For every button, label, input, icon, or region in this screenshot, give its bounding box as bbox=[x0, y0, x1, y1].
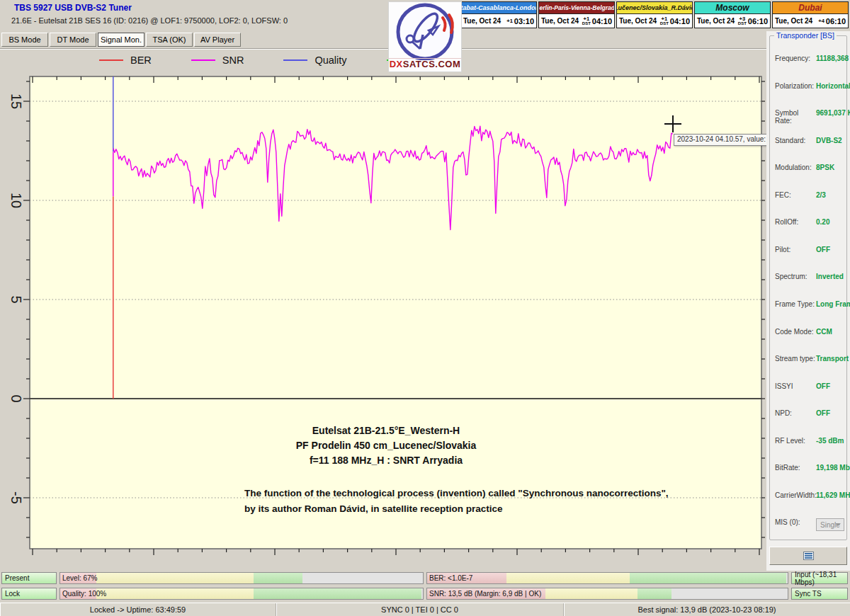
transponder-label: Symbol Rate: bbox=[775, 109, 816, 125]
transponder-value: OFF bbox=[816, 246, 830, 253]
legend-item-snr: SNR bbox=[191, 55, 244, 66]
clock-date: Tue, Oct 24 bbox=[775, 17, 812, 25]
utc-offset-label: +1 bbox=[662, 16, 668, 22]
utc-offset-label: +4 bbox=[818, 18, 824, 24]
clock-date: Tue, Oct 24 bbox=[697, 17, 735, 25]
transponder-row-stream-type: Stream type:Transport bbox=[775, 355, 844, 363]
transponder-value: 19,198 Mbit/s bbox=[816, 464, 850, 472]
legend-label: SNR bbox=[222, 55, 244, 66]
annotation-line: PF Prodelin 450 cm_Lucenec/Slovakia bbox=[269, 438, 503, 453]
transponder-row-rolloff: RollOff:0.20 bbox=[775, 218, 844, 226]
tab-dt-mode[interactable]: DT Mode bbox=[50, 33, 96, 47]
utc-offset-label: +3 bbox=[740, 16, 746, 22]
y-tick-label: 0 bbox=[8, 394, 24, 402]
clock-panel-lu-enec-slovakia-r-d-vid: Lučenec/Slovakia_R.DávidTue, Oct 24+1DST… bbox=[616, 1, 693, 28]
tab-av-player[interactable]: AV Player bbox=[194, 33, 241, 47]
transponder-value: CCM bbox=[816, 328, 832, 336]
annotation-line: The function of the technological proces… bbox=[244, 486, 726, 501]
utc-offset-label: +1 bbox=[506, 18, 513, 24]
dst-label: DST bbox=[738, 21, 747, 25]
clock-time-row: Tue, Oct 24+406:10 bbox=[772, 14, 849, 28]
transponder-value: OFF bbox=[816, 409, 830, 417]
transponder-row-issyi: ISSYIOFF bbox=[775, 382, 844, 390]
quality-gauge: Quality: 100% bbox=[60, 588, 424, 600]
transponder-sidebar: Transponder [BS] Frequency:11188,368 MHz… bbox=[766, 31, 850, 571]
transponder-row-frequency: Frequency:11188,368 MHz bbox=[775, 55, 844, 62]
clock-panel-berlin-paris-vienna-belgrade: Berlin-Paris-Vienna-BelgradeTue, Oct 24+… bbox=[538, 1, 615, 28]
transponder-groupbox: Transponder [BS] Frequency:11188,368 MHz… bbox=[769, 35, 847, 540]
mis-row: MIS (0): Single bbox=[775, 518, 844, 531]
transponder-row-carrierwidth: CarrierWidth:11,629 MHz bbox=[775, 491, 844, 499]
transponder-label: Standard: bbox=[775, 137, 816, 144]
dxsatcs-logo: DXSATCS.COM bbox=[388, 1, 462, 72]
transponder-label: FEC: bbox=[775, 191, 816, 199]
transport-list-icon bbox=[803, 552, 814, 560]
transponder-label: RF Level: bbox=[775, 437, 816, 445]
transponder-row-frame-type: Frame Type:Long Frame bbox=[775, 300, 844, 308]
statusbar-best-signal: Best signal: 13,9 dB (2023-10-23 08:19) bbox=[564, 603, 850, 616]
gauge-label: Quality: 100% bbox=[62, 590, 106, 598]
tab-tsa-ok[interactable]: TSA (OK) bbox=[146, 33, 193, 47]
clock-time-row: Tue, Oct 24+3DST06:10 bbox=[694, 14, 771, 28]
transponder-label: CarrierWidth: bbox=[775, 491, 816, 499]
annotation-line: by its author Roman Dávid, in satellite … bbox=[244, 501, 726, 517]
y-tick-label: 5 bbox=[8, 295, 24, 303]
clock-date: Tue, Oct 24 bbox=[463, 17, 501, 25]
transponder-value: 9691,037 KS/s bbox=[816, 109, 850, 125]
clock-time: 04:10 bbox=[670, 17, 690, 25]
annotation-line: f=11 188 MHz_H : SNRT Arryadia bbox=[269, 453, 503, 468]
mode-tabs: BS ModeDT ModeSignal Mon.TSA (OK)AV Play… bbox=[1, 33, 241, 47]
clock-time-row: Tue, Oct 24+103:10 bbox=[460, 14, 537, 28]
clock-panel-moscow: MoscowTue, Oct 24+3DST06:10 bbox=[694, 1, 771, 28]
transponder-value: 2/3 bbox=[816, 191, 826, 199]
dst-label: DST bbox=[660, 21, 669, 25]
statusbar-sync-counters: SYNC 0 | TEI 0 | CC 0 bbox=[276, 603, 564, 616]
transponder-row-standard: Standard:DVB-S2 bbox=[775, 137, 844, 144]
transponder-row-polarization: Polarization:Horizontal bbox=[775, 82, 844, 90]
transponder-value: Horizontal bbox=[816, 82, 850, 90]
transponder-row-rf-level: RF Level:-35 dBm bbox=[775, 437, 844, 445]
transponder-label: NPD: bbox=[775, 409, 816, 417]
gauge-zone bbox=[96, 588, 254, 599]
sync-ts-indicator: Sync TS bbox=[791, 588, 848, 600]
clock-utc-offset: +1 bbox=[506, 18, 513, 24]
tab-signal-mon[interactable]: Signal Mon. bbox=[98, 33, 144, 47]
lock-indicator: Lock bbox=[1, 588, 57, 600]
transport-list-button[interactable] bbox=[769, 547, 847, 565]
gauge-zone bbox=[96, 573, 254, 583]
clock-date: Tue, Oct 24 bbox=[619, 17, 657, 25]
gauge-label: SNR: 13,5 dB (Margin: 6,9 dB | OK) bbox=[429, 590, 541, 598]
app-window: TBS 5927 USB DVB-S2 Tuner 21.6E - Eutels… bbox=[0, 0, 850, 616]
gauge-zone bbox=[630, 573, 786, 583]
transponder-row-bitrate: BitRate:19,198 Mbit/s bbox=[775, 464, 844, 472]
clock-panel-dubai: DubaiTue, Oct 24+406:10 bbox=[772, 1, 849, 28]
plot-area[interactable] bbox=[30, 76, 761, 549]
clock-time: 06:10 bbox=[748, 17, 768, 25]
tab-bs-mode[interactable]: BS Mode bbox=[1, 33, 48, 47]
transponder-value: Transport bbox=[816, 355, 849, 363]
clock-utc-offset: +4 bbox=[818, 18, 824, 24]
statusbar-uptime: Locked -> Uptime: 63:49:59 bbox=[0, 603, 276, 616]
clock-time-row: Tue, Oct 24+1DST04:10 bbox=[616, 14, 693, 28]
clock-time: 06:10 bbox=[826, 17, 846, 25]
clock-city-label: Rabat-Casablanca-London bbox=[460, 1, 537, 14]
y-tick-label: -5 bbox=[8, 491, 24, 504]
transponder-value: DVB-S2 bbox=[816, 137, 842, 144]
transponder-label: Code Mode: bbox=[775, 328, 816, 336]
mis-dropdown[interactable]: Single bbox=[816, 518, 844, 531]
transponder-row-npd: NPD:OFF bbox=[775, 409, 844, 417]
y-tick-label: 15 bbox=[8, 93, 24, 109]
chart-annotation-block: Eutelsat 21B-21.5°E_Western-H PF Prodeli… bbox=[269, 423, 503, 468]
clock-city-label: Berlin-Paris-Vienna-Belgrade bbox=[538, 1, 615, 14]
transponder-value: Inverted bbox=[816, 273, 844, 280]
transponder-title: Transponder [BS] bbox=[774, 31, 837, 40]
level-gauge: Level: 67% bbox=[60, 572, 424, 584]
transponder-value: 8PSK bbox=[816, 164, 834, 171]
clock-panel-rabat-casablanca-london: Rabat-Casablanca-LondonTue, Oct 24+103:1… bbox=[460, 1, 537, 28]
chart-annotation-paragraph: The function of the technological proces… bbox=[244, 486, 726, 517]
satellite-dish-icon bbox=[389, 2, 461, 60]
transponder-label: Pilot: bbox=[775, 246, 816, 253]
dxsatcs-logo-text: DXSATCS.COM bbox=[389, 58, 461, 70]
transponder-label: Stream type: bbox=[775, 355, 816, 363]
present-indicator: Present bbox=[1, 572, 57, 584]
